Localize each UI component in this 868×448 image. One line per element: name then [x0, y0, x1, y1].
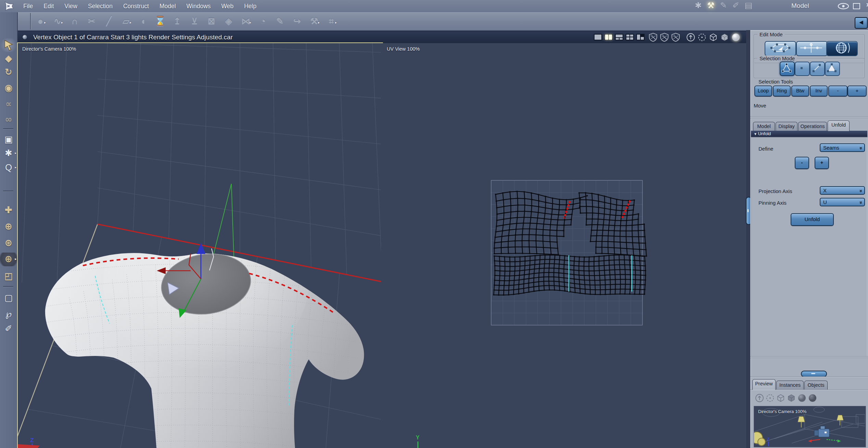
close-window-icon[interactable]: ✕	[866, 2, 868, 8]
sphere-move-tool[interactable]: ⊕▸	[0, 253, 17, 266]
wrap-tool[interactable]: ⋈▸	[239, 14, 253, 28]
move-3d-tool[interactable]: ◆	[0, 52, 17, 66]
menu-edit[interactable]: Edit	[43, 3, 54, 10]
invert-select-button[interactable]: Inv	[810, 86, 828, 97]
ring-select-button[interactable]: Ring	[773, 86, 791, 97]
lathe-tool[interactable]: ⌛	[153, 14, 167, 28]
menu-web[interactable]: Web	[221, 3, 234, 10]
tab-unfold[interactable]: Unfold	[828, 120, 850, 131]
dome-tool[interactable]: ◖	[136, 14, 150, 28]
solid-cube-display-button[interactable]	[787, 394, 796, 402]
menu-help[interactable]: Help	[244, 3, 256, 10]
metaball-tool[interactable]: ◔	[256, 14, 270, 28]
point-select-mode-button[interactable]	[795, 62, 810, 76]
projection-axis-dropdown[interactable]: X»	[820, 186, 865, 195]
film-render-room-icon[interactable]: ▤	[745, 1, 753, 10]
tab-objects[interactable]: Objects	[804, 381, 828, 390]
select-arrow-tool[interactable]	[0, 38, 17, 52]
high-quality-shield-button[interactable]	[671, 33, 680, 42]
vertex-select-mode-button[interactable]	[780, 62, 795, 76]
l-shape-pane-button[interactable]	[636, 34, 644, 40]
uv-view-viewport[interactable]: UV View 100% Y	[382, 43, 746, 448]
tab-model[interactable]: Model	[753, 122, 775, 131]
director-camera-viewport[interactable]: Director's Camera 100%	[17, 42, 383, 448]
cage-deform-tool[interactable]: ▱▸	[119, 14, 133, 28]
shrink-select-button[interactable]: -	[828, 86, 847, 97]
panel-collapse-button[interactable]: ◀	[855, 17, 868, 29]
add-seam-button[interactable]: +	[815, 157, 829, 169]
translate-ring-tool[interactable]: ⊕	[0, 220, 17, 234]
keyframe-tool[interactable]: ∝	[0, 98, 17, 111]
wire-cube-display-button[interactable]	[776, 394, 785, 402]
menu-construct[interactable]: Construct	[123, 3, 149, 10]
menu-windows[interactable]: Windows	[187, 3, 211, 10]
polygon-edit-mode-button[interactable]	[765, 41, 796, 56]
rotate-ring-tool[interactable]: ⊛	[0, 236, 17, 250]
spline-tool[interactable]: ∿▸	[51, 14, 64, 28]
skeleton-edit-mode-button[interactable]	[796, 41, 828, 56]
wireframe-quality-shield-button[interactable]	[649, 33, 658, 42]
pinning-axis-dropdown[interactable]: U»	[820, 198, 865, 206]
orbit-arrow-display-button[interactable]	[755, 394, 764, 402]
face-select-mode-button[interactable]	[825, 62, 840, 76]
scale-tool[interactable]: ◉	[0, 81, 17, 95]
smooth-sphere-display-button[interactable]	[731, 33, 740, 42]
lasso-select-tool[interactable]: ℘	[0, 307, 17, 321]
loop-select-button[interactable]: Loop	[754, 86, 772, 97]
camera-tool[interactable]: ▣	[0, 133, 17, 146]
orbit-arrow-display-button[interactable]	[686, 33, 695, 42]
sweep-tool[interactable]: ↪	[290, 14, 304, 28]
medium-quality-shield-button[interactable]	[660, 33, 669, 42]
magnet-tool[interactable]: ∩	[68, 14, 81, 28]
four-pane-button[interactable]	[626, 34, 634, 40]
tab-preview[interactable]: Preview	[752, 379, 776, 390]
marquee-select-tool[interactable]: ▢	[0, 291, 17, 305]
solid-cube-display-button[interactable]	[720, 33, 729, 42]
menu-model[interactable]: Model	[159, 3, 176, 10]
zoom-tool[interactable]: Q▸	[0, 161, 17, 175]
dashed-circle-display-button[interactable]	[698, 33, 706, 42]
pan-tool[interactable]: ✱▸	[0, 146, 17, 160]
textured-sphere-display-button[interactable]	[808, 394, 817, 402]
brush-texture-room-icon[interactable]: ✐	[732, 1, 739, 10]
pen-tool[interactable]: ✎	[273, 14, 287, 28]
one-plus-two-pane-button[interactable]	[615, 34, 623, 40]
wire-cube-display-button[interactable]	[709, 33, 718, 42]
cube-tool[interactable]: ◈	[222, 14, 235, 28]
uv-edit-mode-button[interactable]	[826, 41, 858, 56]
hand-room-icon[interactable]: ✱	[695, 1, 702, 10]
define-dropdown[interactable]: Seams»	[820, 143, 865, 152]
maximize-window-icon[interactable]	[853, 3, 860, 9]
wrench-assemble-room-icon[interactable]: ⚒	[707, 1, 715, 10]
working-box-tool[interactable]: ◰	[0, 270, 17, 283]
delete-face-tool[interactable]: ⊠	[205, 14, 218, 28]
single-pane-button[interactable]	[594, 34, 602, 40]
smooth-sphere-display-button[interactable]	[797, 394, 806, 402]
tab-display[interactable]: Display	[776, 122, 797, 131]
bone-tool[interactable]: ⌗▸	[324, 14, 338, 28]
translate-xyz-tool[interactable]: ✚	[0, 204, 17, 217]
remove-seam-button[interactable]: -	[795, 157, 809, 169]
menu-file[interactable]: File	[23, 3, 33, 10]
link-tool[interactable]: ∞	[0, 113, 17, 127]
preview-viewport[interactable]: Z Director's Camera 100%	[754, 406, 866, 447]
knife-tool[interactable]: ╱	[102, 14, 116, 28]
extrude-tool[interactable]: ↥	[170, 14, 184, 28]
tab-instances[interactable]: Instances	[776, 381, 804, 390]
tab-operations[interactable]: Operations	[798, 122, 827, 131]
axe-tool[interactable]: ⚒▸	[307, 14, 321, 28]
edge-select-mode-button[interactable]	[810, 62, 825, 76]
rotate-tool[interactable]: ↻	[0, 66, 17, 79]
document-bullet-icon[interactable]	[23, 35, 27, 39]
pencil-model-room-icon[interactable]: ✎	[720, 1, 727, 10]
sphere-tool[interactable]: ●▸	[34, 14, 47, 28]
eye-visibility-icon[interactable]	[837, 3, 850, 10]
unfold-section-header[interactable]: ▼ Unfold	[751, 131, 867, 137]
menu-view[interactable]: View	[64, 3, 77, 10]
unfold-button[interactable]: Unfold	[791, 213, 834, 226]
grow-select-button[interactable]: +	[847, 86, 867, 97]
vase-tool[interactable]: ⊻	[188, 14, 201, 28]
dashed-circle-display-button[interactable]	[766, 394, 775, 402]
paint-select-tool[interactable]: ✐	[0, 322, 17, 336]
scissors-tool[interactable]: ✂	[85, 14, 99, 28]
